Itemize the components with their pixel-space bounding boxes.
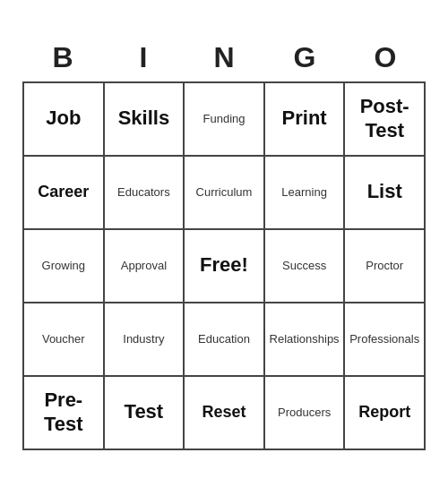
cell-r2-c3: Success: [265, 230, 346, 303]
cell-r4-c4: Report: [345, 377, 426, 450]
cell-r1-c2: Curriculum: [185, 157, 265, 230]
cell-r2-c2: Free!: [185, 230, 265, 303]
cell-r3-c2: Education: [185, 303, 265, 377]
cell-r0-c2: Funding: [185, 83, 265, 157]
cell-text: Approval: [121, 259, 167, 273]
cell-r0-c3: Print: [265, 83, 346, 157]
cell-text: Funding: [203, 112, 246, 126]
cell-r1-c3: Learning: [265, 157, 346, 230]
cell-r4-c3: Producers: [265, 377, 346, 450]
cell-text: Producers: [278, 406, 331, 420]
cell-text: Relationships: [270, 332, 340, 346]
cell-text: Career: [38, 183, 89, 202]
cell-text: Growing: [42, 259, 85, 273]
cell-text: Learning: [281, 185, 327, 200]
cell-r2-c1: Approval: [105, 230, 185, 303]
cell-text: Print: [282, 107, 327, 130]
bingo-letter: N: [184, 38, 264, 78]
cell-r3-c1: Industry: [105, 303, 185, 377]
cell-text: Post-Test: [360, 95, 409, 142]
cell-r0-c1: Skills: [105, 83, 185, 157]
cell-text: Success: [282, 259, 326, 273]
bingo-letter: O: [345, 38, 426, 78]
cell-text: Professionals: [349, 332, 419, 346]
cell-r3-c4: Professionals: [345, 303, 426, 377]
cell-r0-c0: Job: [24, 83, 105, 157]
cell-r3-c3: Relationships: [265, 303, 346, 377]
bingo-grid: JobSkillsFundingPrintPost-TestCareerEduc…: [22, 81, 426, 450]
cell-text: Test: [125, 400, 164, 423]
cell-r1-c4: List: [345, 157, 426, 230]
cell-text: Educators: [117, 185, 170, 200]
cell-r4-c2: Reset: [185, 377, 265, 450]
cell-r4-c1: Test: [105, 377, 185, 450]
cell-text: Reset: [202, 403, 246, 423]
cell-r4-c0: Pre-Test: [24, 377, 105, 450]
bingo-card: BINGO JobSkillsFundingPrintPost-TestCare…: [13, 29, 435, 459]
cell-text: Education: [198, 332, 250, 346]
cell-r2-c4: Proctor: [345, 230, 426, 303]
cell-text: Proctor: [366, 259, 403, 273]
bingo-letter: I: [103, 38, 184, 78]
cell-text: Curriculum: [196, 185, 253, 200]
cell-r3-c0: Voucher: [24, 303, 105, 377]
cell-text: Free!: [200, 253, 248, 277]
cell-r1-c1: Educators: [105, 157, 185, 230]
cell-text: Pre-Test: [44, 389, 83, 436]
cell-r2-c0: Growing: [24, 230, 105, 303]
cell-text: Job: [46, 107, 81, 130]
bingo-letter: G: [264, 38, 345, 78]
bingo-letter: B: [22, 38, 103, 78]
cell-text: List: [367, 180, 402, 203]
cell-text: Voucher: [42, 332, 85, 346]
cell-text: Skills: [118, 107, 169, 130]
cell-r1-c0: Career: [24, 157, 105, 230]
cell-r0-c4: Post-Test: [345, 83, 426, 157]
bingo-header: BINGO: [22, 38, 426, 78]
cell-text: Report: [358, 403, 410, 423]
cell-text: Industry: [123, 332, 164, 346]
